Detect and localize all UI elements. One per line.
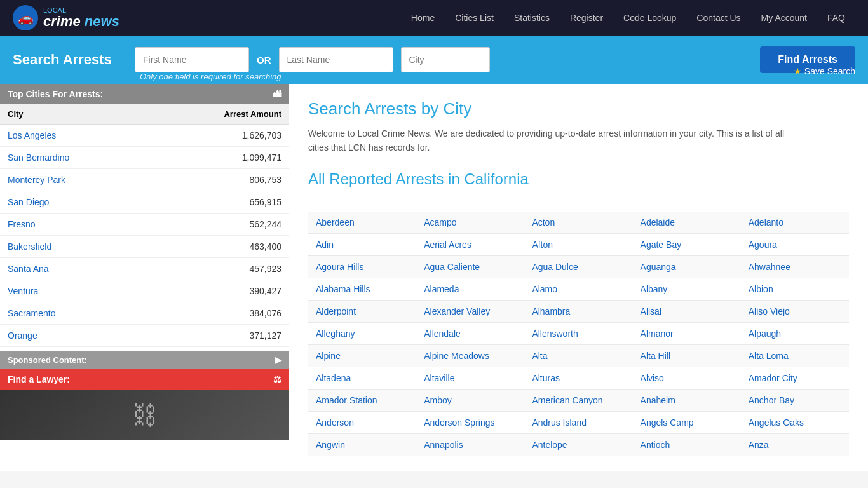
city-link[interactable]: Altadena bbox=[316, 373, 351, 383]
city-link[interactable]: Alturas bbox=[532, 373, 560, 383]
city-name: Orange bbox=[0, 325, 149, 347]
city-link[interactable]: Monterey Park bbox=[8, 175, 65, 185]
city-cell: Angwin bbox=[308, 433, 416, 456]
city-link[interactable]: Andrus Island bbox=[532, 417, 587, 428]
city-link[interactable]: Altaville bbox=[424, 373, 454, 383]
city-link[interactable]: Alpine bbox=[316, 351, 341, 361]
logo-icon: 🚗 bbox=[13, 5, 38, 30]
city-link[interactable]: Allendale bbox=[424, 329, 461, 339]
city-link[interactable]: Albany bbox=[641, 284, 668, 294]
nav-register[interactable]: Register bbox=[560, 0, 613, 36]
city-link[interactable]: American Canyon bbox=[532, 395, 602, 405]
city-cell: Albany bbox=[633, 278, 741, 300]
city-link[interactable]: Ventura bbox=[8, 286, 38, 296]
city-link[interactable]: Alexander Valley bbox=[424, 306, 490, 316]
city-name: San Diego bbox=[0, 191, 149, 214]
nav-statistics[interactable]: Statistics bbox=[504, 0, 560, 36]
first-name-input[interactable] bbox=[135, 47, 249, 72]
city-link[interactable]: Agua Caliente bbox=[424, 262, 480, 272]
nav-contact-us[interactable]: Contact Us bbox=[686, 0, 750, 36]
city-link[interactable]: Alpine Meadows bbox=[424, 351, 489, 361]
city-link[interactable]: Annapolis bbox=[424, 440, 463, 450]
city-cell: Alexander Valley bbox=[416, 300, 524, 322]
city-link[interactable]: Anza bbox=[749, 440, 769, 450]
city-link[interactable]: Alamo bbox=[532, 284, 557, 294]
city-link[interactable]: Santa Ana bbox=[8, 264, 49, 274]
city-link[interactable]: Adelaide bbox=[641, 217, 675, 227]
city-link[interactable]: Sacramento bbox=[8, 308, 55, 318]
city-link[interactable]: Alta Loma bbox=[749, 351, 789, 361]
city-link[interactable]: Alameda bbox=[424, 284, 459, 294]
city-link[interactable]: Acampo bbox=[424, 217, 456, 227]
city-link[interactable]: Agoura Hills bbox=[316, 262, 363, 272]
city-link[interactable]: Los Angeles bbox=[8, 130, 56, 140]
cities-row: AndersonAnderson SpringsAndrus IslandAng… bbox=[308, 411, 849, 433]
city-link[interactable]: Amador Station bbox=[316, 395, 377, 405]
cities-row: AlpineAlpine MeadowsAltaAlta HillAlta Lo… bbox=[308, 344, 849, 367]
last-name-input[interactable] bbox=[279, 47, 393, 72]
city-input[interactable] bbox=[401, 47, 490, 72]
city-link[interactable]: Alleghany bbox=[316, 329, 355, 339]
nav-cities-list[interactable]: Cities List bbox=[445, 0, 504, 36]
city-link[interactable]: Adin bbox=[316, 240, 334, 250]
nav-faq[interactable]: FAQ bbox=[817, 0, 855, 36]
city-link[interactable]: Antelope bbox=[532, 440, 567, 450]
city-link[interactable]: Aguanga bbox=[641, 262, 676, 272]
save-search-button[interactable]: ★ Save Search bbox=[794, 66, 855, 76]
city-link[interactable]: Afton bbox=[532, 240, 553, 250]
city-link[interactable]: Alabama Hills bbox=[316, 284, 370, 294]
city-link[interactable]: San Diego bbox=[8, 197, 49, 207]
city-link[interactable]: Amador City bbox=[749, 373, 797, 383]
city-link[interactable]: Angelus Oaks bbox=[749, 417, 804, 428]
city-link[interactable]: Aliso Viejo bbox=[749, 306, 790, 316]
city-link[interactable]: Agua Dulce bbox=[532, 262, 578, 272]
nav-my-account[interactable]: My Account bbox=[751, 0, 817, 36]
city-link[interactable]: Agate Bay bbox=[641, 240, 682, 250]
city-link[interactable]: Acton bbox=[532, 217, 555, 227]
city-link[interactable]: Bakersfield bbox=[8, 241, 51, 252]
city-link[interactable]: Amboy bbox=[424, 395, 452, 405]
city-link[interactable]: Angwin bbox=[316, 440, 345, 450]
city-link[interactable]: Fresno bbox=[8, 219, 36, 229]
city-link[interactable]: Alviso bbox=[641, 373, 664, 383]
city-link[interactable]: Antioch bbox=[641, 440, 670, 450]
city-link[interactable]: Alta bbox=[532, 351, 547, 361]
city-link[interactable]: Anchor Bay bbox=[749, 395, 794, 405]
cities-row: AlderpointAlexander ValleyAlhambraAlisal… bbox=[308, 300, 849, 322]
city-link[interactable]: Alderpoint bbox=[316, 306, 356, 316]
city-link[interactable]: Albion bbox=[749, 284, 773, 294]
city-cell: Alderpoint bbox=[308, 300, 416, 322]
city-cell: Altaville bbox=[416, 367, 524, 389]
city-name: Monterey Park bbox=[0, 169, 149, 191]
city-link[interactable]: Alta Hill bbox=[641, 351, 670, 361]
cities-row: Agoura HillsAgua CalienteAgua DulceAguan… bbox=[308, 255, 849, 278]
lawyer-image: ⛓ bbox=[0, 390, 289, 440]
city-link[interactable]: Alisal bbox=[641, 306, 661, 316]
city-link[interactable]: Adelanto bbox=[749, 217, 783, 227]
city-link[interactable]: Allensworth bbox=[532, 329, 578, 339]
table-row: Santa Ana 457,923 bbox=[0, 258, 289, 280]
city-link[interactable]: Anaheim bbox=[641, 395, 675, 405]
city-cell: Acampo bbox=[416, 212, 524, 234]
city-link[interactable]: San Bernardino bbox=[8, 152, 69, 163]
navigation: 🚗 LOCAL crime news Home Cities List Stat… bbox=[0, 0, 868, 36]
search-title: Search Arrests bbox=[13, 51, 127, 68]
city-cell: Alisal bbox=[633, 300, 741, 322]
city-link[interactable]: Alpaugh bbox=[749, 329, 781, 339]
nav-home[interactable]: Home bbox=[401, 0, 445, 36]
city-link[interactable]: Aerial Acres bbox=[424, 240, 471, 250]
city-link[interactable]: Anderson Springs bbox=[424, 417, 494, 428]
city-link[interactable]: Anderson bbox=[316, 417, 354, 428]
city-link[interactable]: Angels Camp bbox=[641, 417, 694, 428]
city-link[interactable]: Orange bbox=[8, 330, 37, 341]
city-cell: Amador Station bbox=[308, 389, 416, 411]
city-link[interactable]: Ahwahnee bbox=[749, 262, 790, 272]
cities-row: AltadenaAltavilleAlturasAlvisoAmador Cit… bbox=[308, 367, 849, 389]
nav-code-lookup[interactable]: Code Lookup bbox=[613, 0, 686, 36]
city-link[interactable]: Aberdeen bbox=[316, 217, 355, 227]
city-link[interactable]: Almanor bbox=[641, 329, 674, 339]
city-link[interactable]: Alhambra bbox=[532, 306, 570, 316]
city-link[interactable]: Agoura bbox=[749, 240, 777, 250]
city-cell: Anderson bbox=[308, 411, 416, 433]
sponsored-header: Sponsored Content: ▶ bbox=[0, 351, 289, 369]
